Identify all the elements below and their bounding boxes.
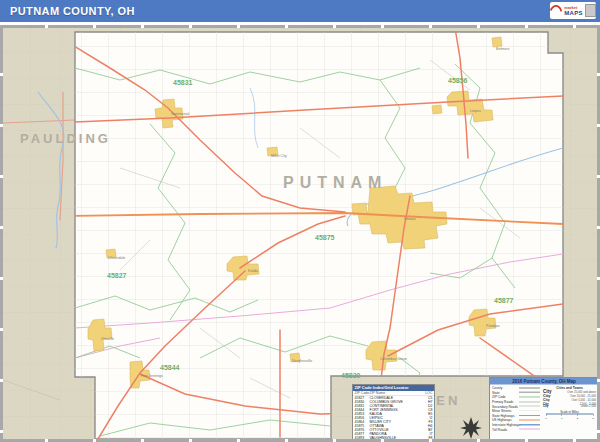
marketmaps-logo: market MAPS — [550, 2, 596, 19]
legend-line-sample — [519, 392, 540, 394]
col-zip-name: ZIP Name — [370, 391, 425, 395]
legend-item-label: Primary Roads — [492, 400, 518, 404]
city-population-range: Over 25,000 and above — [567, 391, 596, 394]
legend-line-sample — [519, 419, 540, 420]
map-frame-left — [0, 25, 3, 442]
city-population-range: Over 10,000 - 25,000 — [570, 395, 596, 398]
map-legend: 2016 Putnam County, OH Map CountyStateZI… — [489, 377, 599, 442]
city-sample: City — [543, 405, 548, 408]
legend-line-sample — [519, 415, 540, 416]
page-title: PUTNAM COUNTY, OH — [0, 5, 135, 17]
legend-line-sample — [519, 406, 540, 407]
zip-code-index-table: ZIP Code Index/Grid Locator ZIP Code ZIP… — [352, 384, 435, 440]
legend-item-label: Toll Roads — [492, 427, 518, 431]
map-frame-top — [0, 25, 600, 28]
legend-city-item: CityUnder 2,500 — [543, 405, 596, 408]
legend-line-sample — [519, 387, 540, 388]
scale-tick-number: 0 — [545, 416, 546, 419]
legend-item-label: State — [492, 391, 518, 395]
scale-bar: Scale in Miles 0123 — [543, 410, 596, 419]
legend-city-item: CityOver 25,000 and above — [543, 389, 596, 394]
zip-table-rows: 45827CLOVERDALEC545830COLUMBUS GROVEH745… — [353, 396, 434, 440]
legend-line-sample — [519, 411, 540, 412]
col-loc: LOC — [425, 391, 433, 395]
legend-item-label: County — [492, 386, 518, 390]
col-zip-code: ZIP Code — [355, 391, 370, 395]
city-population-range: Under 2,500 — [581, 405, 596, 408]
logo-side-block — [585, 4, 596, 17]
legend-line-sample — [519, 424, 540, 426]
legend-item-label: ZIP Code — [492, 395, 518, 399]
legend-item-label: US Highways — [492, 418, 518, 422]
legend-line-sample — [519, 401, 540, 403]
title-bar: PUTNAM COUNTY, OH market MAPS — [0, 0, 600, 22]
legend-line-items: CountyStateZIP CodePrimary RoadsSecondar… — [492, 386, 540, 432]
legend-item-label: Minor Streets — [492, 409, 518, 413]
legend-line-sample — [519, 429, 540, 430]
logo-word-bottom: MAPS — [564, 10, 583, 16]
legend-cities-column: Cities and Towns CityOver 25,000 and abo… — [540, 386, 596, 432]
legend-line-sample — [519, 396, 540, 397]
legend-line-item: Toll Roads — [492, 427, 540, 432]
legend-item-label: State Highways — [492, 414, 518, 418]
compass-rose-icon — [460, 417, 482, 439]
legend-item-label: Secondary Roads — [492, 404, 518, 408]
scale-tick-number: 2 — [577, 416, 578, 419]
scale-tick-number: 1 — [561, 416, 562, 419]
legend-item-label: Interstate Highways — [492, 423, 518, 427]
logo-swoosh-icon — [548, 2, 565, 19]
scale-tick-number: 3 — [592, 416, 593, 419]
